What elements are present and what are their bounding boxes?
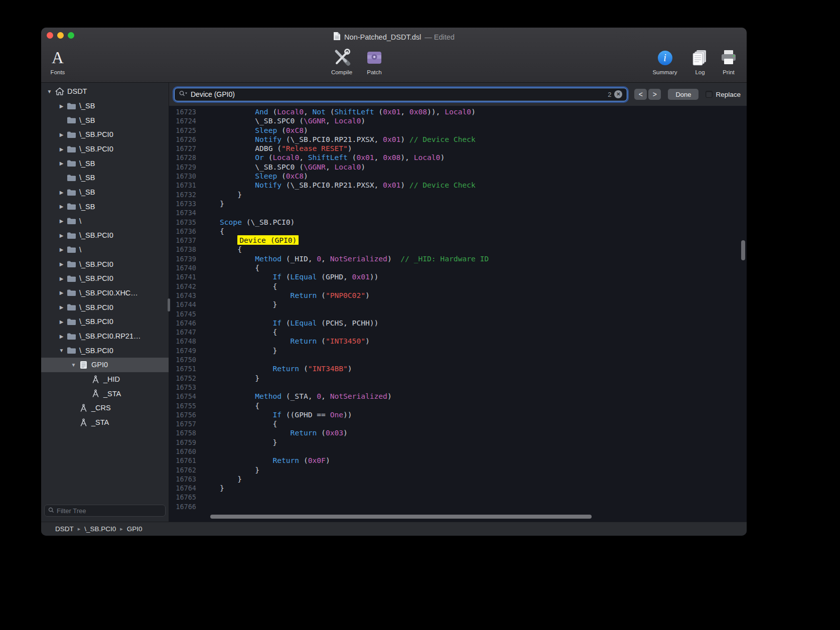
code-line[interactable]: 16740 { — [169, 263, 747, 272]
code-line[interactable]: 16738 { — [169, 245, 747, 254]
code-line[interactable]: 16735Scope (\_SB.PCI0) — [169, 218, 747, 227]
tree-item-sb[interactable]: ▶\_SB — [41, 99, 169, 113]
fonts-toolbar-button[interactable]: A Fonts — [45, 47, 70, 75]
search-input[interactable]: Device (GPI0) 2 ✕ — [174, 88, 627, 101]
code-line[interactable]: 16757 { — [169, 419, 747, 428]
disclosure-triangle-icon[interactable]: ▶ — [57, 103, 66, 109]
tree-item-sbpci0xhc[interactable]: ▶\_SB.PCI0.XHC… — [41, 286, 169, 300]
tree-item-sb[interactable]: \_SB — [41, 171, 169, 185]
code-line[interactable]: 16763 } — [169, 475, 747, 484]
disclosure-triangle-icon[interactable]: ▶ — [57, 233, 66, 238]
code-line[interactable]: 16724 \_SB.SPC0 (\GGNR, Local0) — [169, 116, 747, 125]
filter-tree-field[interactable] — [44, 505, 166, 517]
done-button[interactable]: Done — [668, 89, 698, 100]
log-toolbar-button[interactable]: Log — [689, 47, 711, 75]
code-line[interactable]: 16732 } — [169, 190, 747, 199]
code-line[interactable]: 16765 — [169, 493, 747, 502]
tree-item-[interactable]: ▶\ — [41, 243, 169, 257]
tree-item-sb[interactable]: ▶\_SB — [41, 156, 169, 171]
disclosure-triangle-icon[interactable]: ▶ — [57, 218, 66, 224]
next-match-button[interactable]: > — [648, 89, 661, 100]
tree-item-sb[interactable]: ▶\_SB — [41, 200, 169, 214]
code-line[interactable]: 16745 — [169, 309, 747, 319]
disclosure-triangle-icon[interactable]: ▶ — [57, 276, 66, 281]
code-line[interactable]: 16751 Return ("INT34BB") — [169, 364, 747, 373]
code-line[interactable]: 16764} — [169, 484, 747, 493]
code-line[interactable]: 16725 Sleep (0xC8) — [169, 126, 747, 135]
code-line[interactable]: 16742 { — [169, 282, 747, 291]
disclosure-triangle-icon[interactable]: ▶ — [57, 161, 66, 166]
tree-item-sbpci0[interactable]: ▶\_SB.PCI0 — [41, 127, 169, 142]
disclosure-triangle-icon[interactable]: ▶ — [57, 334, 66, 339]
code-line[interactable]: 16728 Or (Local0, ShiftLeft (0x01, 0x08)… — [169, 153, 747, 162]
tree-item-sbpci0[interactable]: ▶\_SB.PCI0 — [41, 228, 169, 243]
breadcrumb-item[interactable]: \_SB.PCI0 — [84, 525, 116, 533]
code-line[interactable]: 16762 } — [169, 465, 747, 475]
tree-item-sbpci0[interactable]: ▶\_SB.PCI0 — [41, 314, 169, 329]
code-line[interactable]: 16756 If ((GPHD == One)) — [169, 410, 747, 419]
code-line[interactable]: 16754 Method (_STA, 0, NotSerialized) — [169, 392, 747, 401]
code-line[interactable]: 16746 If (LEqual (PCHS, PCHH)) — [169, 319, 747, 328]
tree-item-sb[interactable]: \_SB — [41, 113, 169, 127]
disclosure-triangle-icon[interactable]: ▶ — [57, 304, 66, 310]
tree-item-sb[interactable]: ▶\_SB — [41, 185, 169, 200]
disclosure-triangle-icon[interactable]: ▶ — [57, 261, 66, 267]
code-editor[interactable]: 16723 And (Local0, Not (ShiftLeft (0x01,… — [169, 106, 747, 522]
tree-item-sta[interactable]: _STA — [41, 386, 169, 401]
disclosure-triangle-icon[interactable]: ▼ — [69, 362, 78, 368]
code-line[interactable]: 16750 — [169, 355, 747, 364]
code-line[interactable]: 16748 Return ("INT3450") — [169, 337, 747, 346]
code-line[interactable]: 16733} — [169, 199, 747, 208]
disclosure-triangle-icon[interactable]: ▶ — [57, 204, 66, 209]
code-line[interactable]: 16723 And (Local0, Not (ShiftLeft (0x01,… — [169, 107, 747, 116]
filter-tree-input[interactable] — [57, 507, 162, 515]
compile-toolbar-button[interactable]: Compile — [326, 47, 358, 75]
tree-item-hid[interactable]: _HID — [41, 372, 169, 387]
vertical-scrollbar-thumb[interactable] — [741, 240, 745, 260]
code-line[interactable]: 16747 { — [169, 328, 747, 337]
clear-search-icon[interactable]: ✕ — [614, 90, 622, 98]
breadcrumb-item[interactable]: DSDT — [55, 525, 74, 533]
code-line[interactable]: 16734 — [169, 208, 747, 217]
summary-toolbar-button[interactable]: i Summary — [648, 47, 681, 75]
tree-item-sbpci0rp21[interactable]: ▶\_SB.PCI0.RP21… — [41, 329, 169, 344]
code-line[interactable]: 16739 Method (_HID, 0, NotSerialized) //… — [169, 254, 747, 263]
disclosure-triangle-icon[interactable]: ▼ — [45, 89, 54, 94]
disclosure-triangle-icon[interactable]: ▶ — [57, 146, 66, 152]
code-line[interactable]: 16760 — [169, 447, 747, 456]
code-line[interactable]: 16737 Device (GPI0) — [169, 236, 747, 245]
replace-checkbox[interactable] — [706, 91, 713, 98]
tree-item-gpi0[interactable]: ▼GPI0 — [41, 358, 169, 372]
code-line[interactable]: 16741 If (LEqual (GPHD, 0x01)) — [169, 272, 747, 281]
disclosure-triangle-icon[interactable]: ▶ — [57, 190, 66, 195]
patch-toolbar-button[interactable]: Patch — [360, 47, 388, 75]
tree-item-crs[interactable]: _CRS — [41, 401, 169, 415]
code-line[interactable]: 16731 Notify (\_SB.PCI0.RP21.PXSX, 0x01)… — [169, 181, 747, 190]
disclosure-triangle-icon[interactable]: ▶ — [57, 319, 66, 325]
tree-item-sbpci0[interactable]: ▶\_SB.PCI0 — [41, 142, 169, 156]
code-line[interactable]: 16758 Return (0x03) — [169, 428, 747, 437]
breadcrumb-item[interactable]: GPI0 — [127, 525, 143, 533]
sidebar-resize-handle[interactable] — [168, 298, 170, 311]
tree-item-sbpci0[interactable]: ▶\_SB.PCI0 — [41, 300, 169, 314]
tree-item-[interactable]: ▶\ — [41, 214, 169, 228]
disclosure-triangle-icon[interactable]: ▼ — [57, 348, 66, 353]
tree-item-sbpci0[interactable]: ▼\_SB.PCI0 — [41, 343, 169, 358]
code-line[interactable]: 16730 Sleep (0xC8) — [169, 172, 747, 181]
disclosure-triangle-icon[interactable]: ▶ — [57, 247, 66, 252]
code-line[interactable]: 16743 Return ("PNP0C02") — [169, 291, 747, 300]
previous-match-button[interactable]: < — [634, 89, 647, 100]
code-line[interactable]: 16755 { — [169, 401, 747, 410]
code-line[interactable]: 16727 ADBG ("Release RESET") — [169, 144, 747, 153]
code-line[interactable]: 16736{ — [169, 227, 747, 236]
tree-item-sta[interactable]: _STA — [41, 415, 169, 430]
code-line[interactable]: 16761 Return (0x0F) — [169, 456, 747, 465]
code-line[interactable]: 16759 } — [169, 438, 747, 447]
code-line[interactable]: 16752 } — [169, 374, 747, 383]
tree-item-sbpci0[interactable]: ▶\_SB.PCI0 — [41, 271, 169, 286]
disclosure-triangle-icon[interactable]: ▶ — [57, 132, 66, 137]
print-toolbar-button[interactable]: Print — [717, 47, 741, 75]
code-line[interactable]: 16749 } — [169, 346, 747, 355]
tree-item-dsdt[interactable]: ▼DSDT — [41, 84, 169, 99]
code-line[interactable]: 16729 \_SB.SPC0 (\GGNR, Local0) — [169, 163, 747, 172]
